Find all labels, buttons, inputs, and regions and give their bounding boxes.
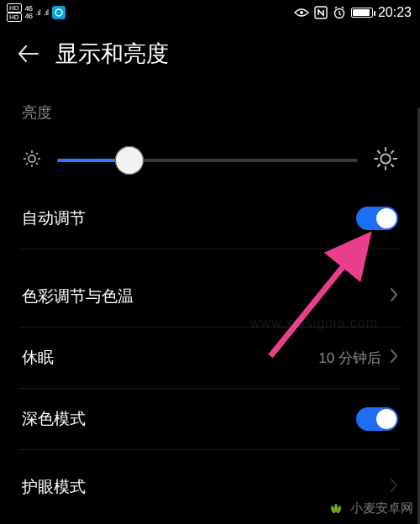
row-label: 护眼模式 [22,476,86,498]
auto-adjust-toggle[interactable] [356,207,398,230]
nfc-icon [314,6,328,19]
svg-point-0 [55,9,62,16]
row-label: 休眠 [22,347,54,369]
svg-line-12 [36,153,38,155]
signal-icon: .ıl [44,8,49,17]
svg-line-9 [26,153,28,155]
svg-line-20 [377,164,381,167]
alarm-icon [333,6,346,19]
back-arrow-icon [18,43,39,65]
slider-thumb[interactable] [115,146,144,175]
brightness-slider-row [22,146,398,175]
back-button[interactable] [17,42,40,66]
svg-line-11 [26,163,28,165]
row-dark-mode[interactable]: 深色模式 [22,389,398,449]
chevron-right-icon [390,348,398,367]
status-right: 20:23 [294,5,412,20]
chevron-right-icon [390,478,398,496]
sleep-value: 10 分钟后 [318,348,381,368]
svg-line-19 [391,164,394,167]
sun-large-icon [373,146,398,175]
clock-time: 20:23 [378,5,412,20]
svg-line-18 [377,150,381,154]
app-icon [52,6,66,19]
svg-line-10 [36,163,38,165]
brightness-label: 亮度 [22,102,398,123]
signal-icon: .ıl [36,8,41,17]
network-label: 46 [25,13,33,20]
row-label: 深色模式 [22,408,86,430]
sun-small-icon [22,149,42,172]
hd-badge: HD [7,3,22,13]
svg-point-1 [300,11,303,14]
eye-icon [294,8,309,18]
row-label: 色彩调节与色温 [22,286,134,307]
content-area: 亮度 自动调节 色彩调节与色温 休眠 10 分钟后 [0,102,420,524]
svg-line-21 [391,150,394,154]
page-title: 显示和亮度 [55,39,169,69]
page-header: 显示和亮度 [0,24,420,91]
status-left: HD HD 46 46 .ıl .ıl [7,3,66,22]
row-color-temp[interactable]: 色彩调节与色温 [22,266,398,327]
status-bar: HD HD 46 46 .ıl .ıl 20:23 [0,0,420,24]
chevron-right-icon [390,287,398,306]
hd-badge: HD [7,13,22,22]
row-label: 自动调节 [22,207,86,229]
svg-point-4 [29,155,35,162]
brightness-slider[interactable] [57,159,358,162]
row-sleep[interactable]: 休眠 10 分钟后 [22,328,398,388]
battery-icon [351,8,373,18]
row-auto-adjust[interactable]: 自动调节 [22,188,398,249]
row-eye-comfort[interactable]: 护眼模式 [22,467,398,507]
dark-mode-toggle[interactable] [356,407,398,431]
svg-point-13 [381,154,390,163]
